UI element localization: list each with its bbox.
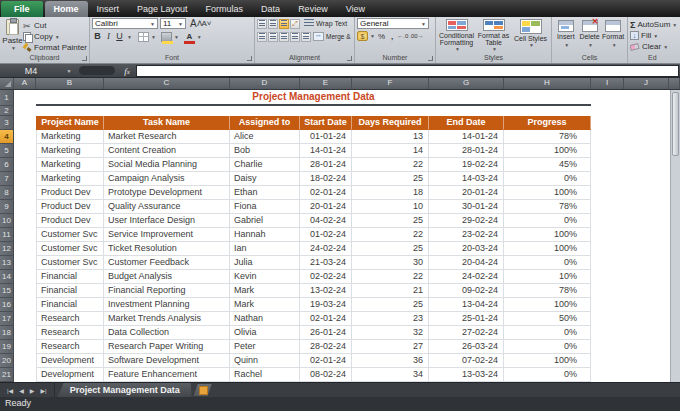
format-cells-button[interactable]: Format▼ bbox=[601, 18, 625, 53]
cell[interactable]: Mark bbox=[230, 298, 300, 312]
cell[interactable]: Quinn bbox=[230, 354, 300, 368]
number-dialog-launcher-icon[interactable] bbox=[428, 56, 433, 61]
cell[interactable]: 24-02-24 bbox=[300, 242, 352, 256]
previous-sheet-icon[interactable]: ◀ bbox=[16, 387, 27, 394]
name-box-dropdown-icon[interactable]: ▼ bbox=[62, 68, 76, 74]
cell[interactable]: 100% bbox=[504, 354, 591, 368]
comma-format-icon[interactable]: , bbox=[391, 32, 393, 41]
column-header-G[interactable]: G bbox=[429, 78, 504, 89]
cell[interactable]: 04-02-24 bbox=[300, 214, 352, 228]
cell[interactable]: Marketing bbox=[36, 158, 104, 172]
cell[interactable]: User Interface Design bbox=[104, 214, 230, 228]
cell[interactable]: 14 bbox=[352, 144, 429, 158]
column-header-J[interactable]: J bbox=[624, 78, 669, 89]
row-header-6[interactable]: 6 bbox=[0, 158, 14, 172]
cell[interactable]: Hannah bbox=[230, 228, 300, 242]
cell[interactable]: 10 bbox=[352, 200, 429, 214]
cell[interactable]: Campaign Analysis bbox=[104, 172, 230, 186]
cell[interactable]: 20-04-24 bbox=[429, 256, 504, 270]
clipboard-dialog-launcher-icon[interactable] bbox=[82, 56, 87, 61]
tab-formulas[interactable]: Formulas bbox=[197, 1, 253, 17]
table-header-cell[interactable]: Start Date bbox=[300, 116, 352, 130]
cell[interactable]: 23 bbox=[352, 312, 429, 326]
clear-button[interactable]: Clear▼ bbox=[630, 41, 677, 52]
cell[interactable]: 28-01-24 bbox=[300, 158, 352, 172]
grow-font-button[interactable]: A˄ bbox=[190, 18, 201, 29]
row-header-15[interactable]: 15 bbox=[0, 284, 14, 298]
cut-button[interactable]: ✂Cut bbox=[23, 20, 87, 31]
row-header-18[interactable]: 18 bbox=[0, 326, 14, 340]
cell[interactable]: 21-03-24 bbox=[300, 256, 352, 270]
decrease-indent-button[interactable] bbox=[290, 32, 300, 42]
cell[interactable]: Fiona bbox=[230, 200, 300, 214]
last-sheet-icon[interactable]: ▶| bbox=[37, 387, 49, 394]
cell[interactable]: 100% bbox=[504, 144, 591, 158]
cell[interactable]: 02-01-24 bbox=[300, 186, 352, 200]
cell[interactable]: 45% bbox=[504, 158, 591, 172]
cell[interactable]: 02-01-24 bbox=[300, 354, 352, 368]
autosum-button[interactable]: ΣAutoSum▼ bbox=[630, 19, 677, 30]
cell[interactable]: 19-02-24 bbox=[429, 158, 504, 172]
cell[interactable]: 01-02-24 bbox=[300, 228, 352, 242]
row-header-20[interactable]: 20 bbox=[0, 354, 14, 368]
cell[interactable]: 30 bbox=[352, 256, 429, 270]
table-header-cell[interactable]: Assigned to bbox=[230, 116, 300, 130]
insert-worksheet-icon[interactable] bbox=[194, 384, 212, 396]
tab-view[interactable]: View bbox=[337, 1, 374, 17]
tab-file[interactable]: File bbox=[1, 1, 43, 17]
cell[interactable]: Olivia bbox=[230, 326, 300, 340]
cell[interactable]: Budget Analysis bbox=[104, 270, 230, 284]
increase-decimal-icon[interactable]: ←.0 bbox=[396, 31, 408, 41]
cell[interactable]: Ian bbox=[230, 242, 300, 256]
cell[interactable]: 25 bbox=[352, 242, 429, 256]
borders-icon[interactable] bbox=[138, 32, 149, 42]
cell[interactable]: 78% bbox=[504, 284, 591, 298]
middle-align-button[interactable] bbox=[268, 19, 278, 29]
cell[interactable]: 18-02-24 bbox=[300, 172, 352, 186]
cell[interactable]: Customer Svc bbox=[36, 256, 104, 270]
cell[interactable]: 0% bbox=[504, 214, 591, 228]
cell[interactable]: 20-01-24 bbox=[300, 200, 352, 214]
cell[interactable]: 78% bbox=[504, 200, 591, 214]
cell[interactable]: 09-02-24 bbox=[429, 284, 504, 298]
cell-styles-button[interactable]: Cell Styles▼ bbox=[512, 18, 549, 53]
cell[interactable]: 0% bbox=[504, 256, 591, 270]
cell[interactable]: 0% bbox=[504, 368, 591, 382]
tab-insert[interactable]: Insert bbox=[88, 1, 129, 17]
cell[interactable]: Software Development bbox=[104, 354, 230, 368]
cell[interactable]: Market Trends Analysis bbox=[104, 312, 230, 326]
cell[interactable]: 26-01-24 bbox=[300, 326, 352, 340]
row-header-16[interactable]: 16 bbox=[0, 298, 14, 312]
column-header-F[interactable]: F bbox=[352, 78, 429, 89]
next-sheet-icon[interactable]: ▶ bbox=[27, 387, 38, 394]
cell[interactable]: Research bbox=[36, 326, 104, 340]
format-painter-button[interactable]: Format Painter bbox=[23, 42, 87, 53]
cell[interactable]: 01-01-24 bbox=[300, 130, 352, 144]
cell[interactable]: Kevin bbox=[230, 270, 300, 284]
format-as-table-button[interactable]: Format as Table▼ bbox=[475, 18, 512, 53]
cell[interactable]: Customer Svc bbox=[36, 228, 104, 242]
sheet-grid[interactable]: 123456789101112131415161718192021 Projec… bbox=[0, 90, 680, 382]
row-header-12[interactable]: 12 bbox=[0, 242, 14, 256]
cell[interactable]: Product Dev bbox=[36, 214, 104, 228]
cell[interactable]: 25-01-24 bbox=[429, 312, 504, 326]
top-align-button[interactable] bbox=[257, 19, 267, 29]
cell[interactable]: 28-01-24 bbox=[429, 144, 504, 158]
cell[interactable]: Mark bbox=[230, 284, 300, 298]
column-header-E[interactable]: E bbox=[300, 78, 352, 89]
cell[interactable]: Daisy bbox=[230, 172, 300, 186]
cell[interactable]: 29-02-24 bbox=[429, 214, 504, 228]
cell[interactable]: Customer Feedback bbox=[104, 256, 230, 270]
scrollbar-thumb[interactable] bbox=[672, 92, 679, 156]
row-header-3[interactable]: 3 bbox=[0, 116, 14, 130]
row-header-21[interactable]: 21 bbox=[0, 368, 14, 382]
cell[interactable]: 20-03-24 bbox=[429, 242, 504, 256]
paste-button[interactable]: Paste ▼ bbox=[2, 18, 23, 53]
row-header-1[interactable]: 1 bbox=[0, 90, 14, 106]
cell[interactable]: Research bbox=[36, 340, 104, 354]
table-header-cell[interactable]: Task Name bbox=[104, 116, 230, 130]
cell[interactable]: 0% bbox=[504, 172, 591, 186]
insert-cells-button[interactable]: Insert▼ bbox=[554, 18, 578, 53]
font-color-icon[interactable]: A bbox=[184, 32, 195, 42]
cell[interactable]: 22 bbox=[352, 270, 429, 284]
